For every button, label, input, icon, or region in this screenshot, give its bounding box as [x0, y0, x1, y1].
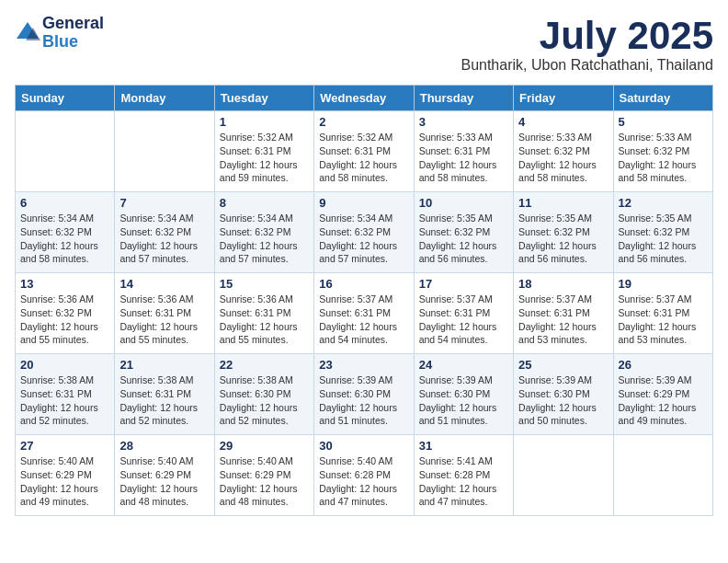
calendar-cell: 10Sunrise: 5:35 AMSunset: 6:32 PMDayligh…: [414, 192, 513, 273]
calendar-week-2: 6Sunrise: 5:34 AMSunset: 6:32 PMDaylight…: [16, 192, 713, 273]
calendar-cell: 2Sunrise: 5:32 AMSunset: 6:31 PMDaylight…: [314, 111, 414, 192]
calendar-cell: 3Sunrise: 5:33 AMSunset: 6:31 PMDaylight…: [414, 111, 513, 192]
day-info: Sunrise: 5:40 AMSunset: 6:29 PMDaylight:…: [20, 454, 109, 509]
calendar-cell: 24Sunrise: 5:39 AMSunset: 6:30 PMDayligh…: [414, 354, 513, 435]
calendar-cell: 20Sunrise: 5:38 AMSunset: 6:31 PMDayligh…: [16, 354, 115, 435]
day-info: Sunrise: 5:39 AMSunset: 6:30 PMDaylight:…: [419, 373, 508, 428]
day-info: Sunrise: 5:32 AMSunset: 6:31 PMDaylight:…: [319, 131, 408, 185]
day-number: 15: [220, 277, 309, 291]
day-info: Sunrise: 5:33 AMSunset: 6:32 PMDaylight:…: [518, 131, 608, 185]
day-info: Sunrise: 5:41 AMSunset: 6:28 PMDaylight:…: [419, 454, 508, 509]
calendar-cell: 11Sunrise: 5:35 AMSunset: 6:32 PMDayligh…: [514, 192, 613, 273]
calendar-cell: 1Sunrise: 5:32 AMSunset: 6:31 PMDaylight…: [214, 111, 313, 192]
day-number: 9: [319, 196, 408, 210]
calendar-cell: 18Sunrise: 5:37 AMSunset: 6:31 PMDayligh…: [514, 273, 613, 354]
calendar-cell: 7Sunrise: 5:34 AMSunset: 6:32 PMDaylight…: [115, 192, 214, 273]
day-number: 6: [20, 196, 109, 210]
calendar-cell: 12Sunrise: 5:35 AMSunset: 6:32 PMDayligh…: [613, 192, 712, 273]
day-info: Sunrise: 5:32 AMSunset: 6:31 PMDaylight:…: [220, 131, 309, 185]
calendar-table: SundayMondayTuesdayWednesdayThursdayFrid…: [15, 85, 713, 516]
day-info: Sunrise: 5:35 AMSunset: 6:32 PMDaylight:…: [518, 212, 608, 266]
day-number: 28: [119, 439, 209, 453]
column-header-thursday: Thursday: [414, 86, 513, 111]
calendar-week-3: 13Sunrise: 5:36 AMSunset: 6:32 PMDayligh…: [16, 273, 713, 354]
title-block: July 2025 Buntharik, Ubon Ratchathani, T…: [461, 15, 713, 74]
day-info: Sunrise: 5:36 AMSunset: 6:31 PMDaylight:…: [220, 293, 309, 347]
day-info: Sunrise: 5:38 AMSunset: 6:31 PMDaylight:…: [119, 373, 209, 428]
calendar-cell: 30Sunrise: 5:40 AMSunset: 6:28 PMDayligh…: [314, 435, 414, 516]
logo-blue: Blue: [42, 33, 104, 52]
calendar-cell: 26Sunrise: 5:39 AMSunset: 6:29 PMDayligh…: [613, 354, 712, 435]
day-info: Sunrise: 5:40 AMSunset: 6:29 PMDaylight:…: [119, 454, 209, 509]
calendar-cell: 8Sunrise: 5:34 AMSunset: 6:32 PMDaylight…: [214, 192, 313, 273]
calendar-cell: 31Sunrise: 5:41 AMSunset: 6:28 PMDayligh…: [414, 435, 513, 516]
calendar-cell: 16Sunrise: 5:37 AMSunset: 6:31 PMDayligh…: [314, 273, 414, 354]
column-header-friday: Friday: [514, 86, 613, 111]
logo-general: General: [42, 15, 104, 33]
calendar-cell: 17Sunrise: 5:37 AMSunset: 6:31 PMDayligh…: [414, 273, 513, 354]
day-info: Sunrise: 5:39 AMSunset: 6:30 PMDaylight:…: [319, 373, 408, 428]
calendar-header-row: SundayMondayTuesdayWednesdayThursdayFrid…: [16, 86, 713, 111]
logo: General Blue: [15, 15, 104, 52]
calendar-week-1: 1Sunrise: 5:32 AMSunset: 6:31 PMDaylight…: [16, 111, 713, 192]
day-info: Sunrise: 5:33 AMSunset: 6:31 PMDaylight:…: [419, 131, 508, 185]
calendar-cell: 25Sunrise: 5:39 AMSunset: 6:30 PMDayligh…: [514, 354, 613, 435]
calendar-cell: 27Sunrise: 5:40 AMSunset: 6:29 PMDayligh…: [16, 435, 115, 516]
day-info: Sunrise: 5:40 AMSunset: 6:29 PMDaylight:…: [220, 454, 309, 509]
day-number: 8: [220, 196, 309, 210]
day-info: Sunrise: 5:36 AMSunset: 6:31 PMDaylight:…: [119, 293, 209, 347]
calendar-cell: 28Sunrise: 5:40 AMSunset: 6:29 PMDayligh…: [115, 435, 214, 516]
day-info: Sunrise: 5:34 AMSunset: 6:32 PMDaylight:…: [220, 212, 309, 266]
day-number: 4: [518, 115, 608, 129]
logo-icon: [15, 20, 40, 46]
calendar-cell: 23Sunrise: 5:39 AMSunset: 6:30 PMDayligh…: [314, 354, 414, 435]
day-info: Sunrise: 5:39 AMSunset: 6:30 PMDaylight:…: [518, 373, 608, 428]
day-number: 27: [20, 439, 109, 453]
day-number: 30: [319, 439, 408, 453]
day-number: 12: [619, 196, 708, 210]
day-number: 26: [619, 358, 708, 372]
day-number: 21: [119, 358, 209, 372]
day-number: 13: [20, 277, 109, 291]
day-info: Sunrise: 5:37 AMSunset: 6:31 PMDaylight:…: [319, 293, 408, 347]
day-number: 11: [518, 196, 608, 210]
day-info: Sunrise: 5:39 AMSunset: 6:29 PMDaylight:…: [619, 373, 708, 428]
day-number: 19: [619, 277, 708, 291]
calendar-cell: 9Sunrise: 5:34 AMSunset: 6:32 PMDaylight…: [314, 192, 414, 273]
day-number: 29: [220, 439, 309, 453]
day-info: Sunrise: 5:40 AMSunset: 6:28 PMDaylight:…: [319, 454, 408, 509]
day-info: Sunrise: 5:38 AMSunset: 6:30 PMDaylight:…: [220, 373, 309, 428]
day-number: 2: [319, 115, 408, 129]
day-number: 3: [419, 115, 508, 129]
day-number: 14: [119, 277, 209, 291]
calendar-cell: 22Sunrise: 5:38 AMSunset: 6:30 PMDayligh…: [214, 354, 313, 435]
column-header-monday: Monday: [115, 86, 214, 111]
day-number: 20: [20, 358, 109, 372]
logo-text: General Blue: [42, 15, 104, 52]
day-info: Sunrise: 5:36 AMSunset: 6:32 PMDaylight:…: [20, 293, 109, 347]
day-info: Sunrise: 5:33 AMSunset: 6:32 PMDaylight:…: [619, 131, 708, 185]
calendar-cell: 4Sunrise: 5:33 AMSunset: 6:32 PMDaylight…: [514, 111, 613, 192]
calendar-cell: [115, 111, 214, 192]
calendar-cell: 29Sunrise: 5:40 AMSunset: 6:29 PMDayligh…: [214, 435, 313, 516]
day-number: 18: [518, 277, 608, 291]
day-info: Sunrise: 5:34 AMSunset: 6:32 PMDaylight:…: [319, 212, 408, 266]
day-info: Sunrise: 5:37 AMSunset: 6:31 PMDaylight:…: [419, 293, 508, 347]
day-number: 7: [119, 196, 209, 210]
day-info: Sunrise: 5:34 AMSunset: 6:32 PMDaylight:…: [20, 212, 109, 266]
day-number: 10: [419, 196, 508, 210]
day-number: 5: [619, 115, 708, 129]
calendar-week-4: 20Sunrise: 5:38 AMSunset: 6:31 PMDayligh…: [16, 354, 713, 435]
day-number: 22: [220, 358, 309, 372]
calendar-cell: [613, 435, 712, 516]
column-header-saturday: Saturday: [613, 86, 712, 111]
day-info: Sunrise: 5:34 AMSunset: 6:32 PMDaylight:…: [119, 212, 209, 266]
calendar-cell: 14Sunrise: 5:36 AMSunset: 6:31 PMDayligh…: [115, 273, 214, 354]
day-number: 24: [419, 358, 508, 372]
day-info: Sunrise: 5:37 AMSunset: 6:31 PMDaylight:…: [518, 293, 608, 347]
day-number: 31: [419, 439, 508, 453]
calendar-cell: [514, 435, 613, 516]
day-info: Sunrise: 5:35 AMSunset: 6:32 PMDaylight:…: [619, 212, 708, 266]
month-title: July 2025: [461, 15, 713, 57]
calendar-cell: [16, 111, 115, 192]
